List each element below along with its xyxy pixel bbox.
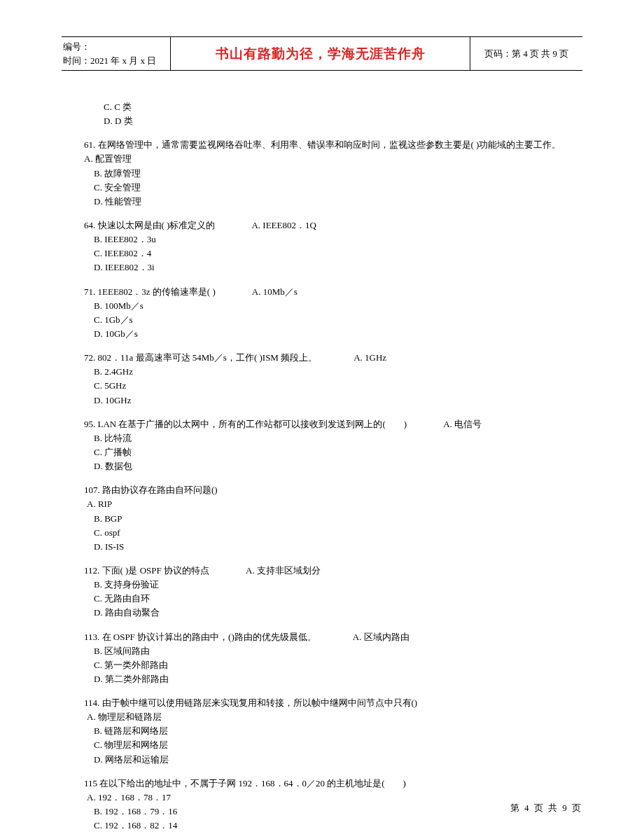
option-d: D. IEEE802．3i	[84, 260, 582, 274]
page-header: 编号： 时间：2021 年 x 月 x 日 书山有路勤为径，学海无涯苦作舟 页码…	[62, 36, 582, 71]
option-b: B. 支持身份验证	[84, 578, 582, 592]
question-stem: 112. 下面( )是 OSPF 协议的特点 A. 支持非区域划分	[84, 564, 582, 578]
option-c: C. IEEE802．4	[84, 246, 582, 260]
question-95: 95. LAN 在基于广播的以太网中，所有的工作站都可以接收到发送到网上的( )…	[84, 417, 582, 474]
header-left-cell: 编号： 时间：2021 年 x 月 x 日	[62, 37, 170, 70]
option-d: D. D 类	[84, 114, 582, 128]
option-d: D. 性能管理	[84, 195, 582, 209]
question-71: 71. 1EEE802．3z 的传输速率是( ) A. 10Mb／s B. 10…	[84, 285, 582, 342]
option-b: B. 100Mb／s	[84, 299, 582, 313]
option-c: C. 192．168．82．14	[84, 819, 582, 833]
question-112: 112. 下面( )是 OSPF 协议的特点 A. 支持非区域划分 B. 支持身…	[84, 564, 582, 620]
question-113: 113. 在 OSPF 协议计算出的路由中，()路由的优先级晨低。 A. 区域内…	[84, 630, 582, 687]
option-c: C. 1Gb／s	[84, 313, 582, 327]
option-a: A. 192．168．78．17	[84, 791, 582, 805]
prev-question-tail: C. C 类 D. D 类	[84, 100, 582, 128]
header-page-cell: 页码：第 4 页 共 9 页	[470, 37, 582, 70]
option-d: D. 10GHz	[84, 394, 582, 408]
document-body: C. C 类 D. D 类 61. 在网络管理中，通常需要监视网络吞吐率、利用率…	[62, 100, 582, 833]
option-c: C. 安全管理	[84, 181, 582, 195]
option-c: C. ospf	[84, 526, 582, 540]
question-stem: 95. LAN 在基于广播的以太网中，所有的工作站都可以接收到发送到网上的( )…	[84, 417, 582, 431]
question-stem: 72. 802．11a 最高速率可达 54Mb／s，工作( )ISM 频段上。 …	[84, 351, 582, 365]
page-label: 页码：	[484, 48, 512, 60]
option-b: B. 故障管理	[84, 167, 582, 181]
option-c: C. 广播帧	[84, 445, 582, 459]
option-d: D. 数据包	[84, 459, 582, 473]
option-c: C. 无路由自环	[84, 592, 582, 606]
question-115: 115 在以下给出的地址中，不属于子网 192．168．64．0／20 的主机地…	[84, 777, 582, 833]
option-b: B. 区域间路由	[84, 644, 582, 658]
serial-label: 编号：	[63, 40, 170, 54]
option-d: D. 10Gb／s	[84, 327, 582, 341]
question-114: 114. 由于帧中继可以使用链路层来实现复用和转接，所以帧中继网中间节点中只有(…	[84, 696, 582, 767]
header-motto: 书山有路勤为径，学海无涯苦作舟	[170, 37, 470, 70]
question-107: 107. 路由协议存在路由自环问题() A. RIP B. BGP C. osp…	[84, 483, 582, 554]
option-d: D. IS-IS	[84, 540, 582, 554]
question-64: 64. 快速以太网是由( )标准定义的 A. IEEE802．1Q B. IEE…	[84, 218, 582, 275]
option-c: C. 5GHz	[84, 379, 582, 393]
question-stem: 61. 在网络管理中，通常需要监视网络吞吐率、利用率、错误率和响应时间，监视这些…	[84, 138, 582, 166]
question-61: 61. 在网络管理中，通常需要监视网络吞吐率、利用率、错误率和响应时间，监视这些…	[84, 138, 582, 209]
option-c: C. 第一类外部路由	[84, 658, 582, 672]
option-b: B. 比特流	[84, 431, 582, 445]
option-d: D. 路由自动聚合	[84, 606, 582, 620]
time-label: 时间：	[63, 55, 90, 66]
option-b: B. IEEE802．3u	[84, 232, 582, 246]
question-stem: 115 在以下给出的地址中，不属于子网 192．168．64．0／20 的主机地…	[84, 777, 582, 791]
option-a: A. RIP	[84, 497, 582, 511]
question-stem: 107. 路由协议存在路由自环问题()	[84, 483, 582, 497]
time-line: 时间：2021 年 x 月 x 日	[63, 54, 170, 68]
option-d: D. 网络层和运输层	[84, 753, 582, 767]
question-stem: 71. 1EEE802．3z 的传输速率是( ) A. 10Mb／s	[84, 285, 582, 299]
question-stem: 114. 由于帧中继可以使用链路层来实现复用和转接，所以帧中继网中间节点中只有(…	[84, 696, 582, 710]
question-stem: 64. 快速以太网是由( )标准定义的 A. IEEE802．1Q	[84, 218, 582, 232]
option-b: B. 2.4GHz	[84, 365, 582, 379]
time-value: 2021 年 x 月 x 日	[90, 55, 156, 66]
option-b: B. 192．168．79．16	[84, 805, 582, 819]
page-footer: 第 4 页 共 9 页	[510, 802, 582, 814]
page-value: 第 4 页 共 9 页	[512, 48, 568, 60]
option-c: C. C 类	[84, 100, 582, 114]
option-b: B. 链路层和网络层	[84, 724, 582, 738]
option-b: B. BGP	[84, 512, 582, 526]
option-c: C. 物理层和网络层	[84, 738, 582, 752]
option-a: A. 物理层和链路层	[84, 710, 582, 724]
question-72: 72. 802．11a 最高速率可达 54Mb／s，工作( )ISM 频段上。 …	[84, 351, 582, 408]
question-stem: 113. 在 OSPF 协议计算出的路由中，()路由的优先级晨低。 A. 区域内…	[84, 630, 582, 644]
option-d: D. 第二类外部路由	[84, 672, 582, 686]
